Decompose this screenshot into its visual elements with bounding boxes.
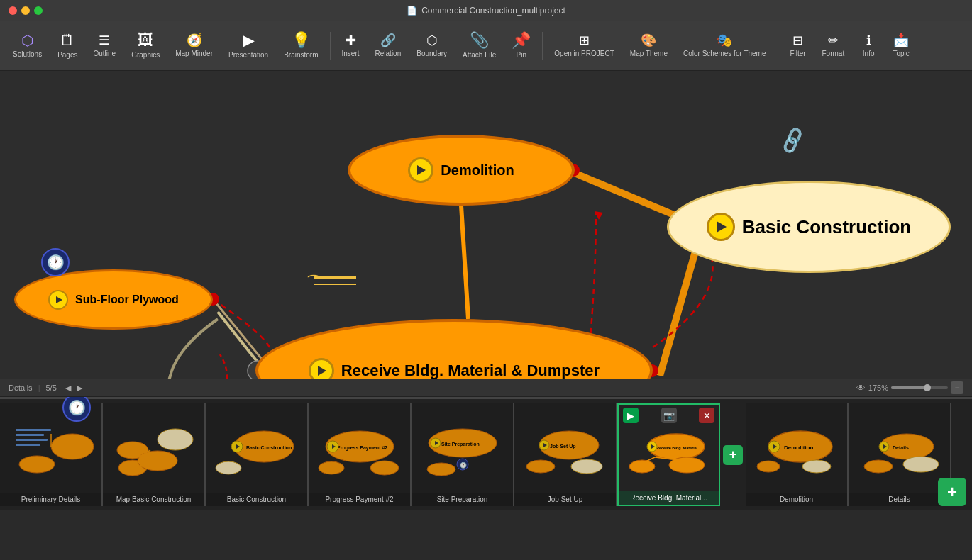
relation-icon: 🔗 [380,34,396,47]
film-frame-preliminary-details[interactable]: Preliminary Details [0,403,103,506]
format-icon: ✏ [828,34,839,47]
info-label: Info [863,50,875,57]
toolbar-pin[interactable]: 📌 Pin [504,30,538,62]
toolbar-attach-file[interactable]: 📎 Attach File [455,30,503,62]
zoom-slider[interactable] [891,386,948,389]
svg-point-55 [629,460,655,473]
toolbar-format[interactable]: ✏ Format [815,31,852,60]
filmstrip: Preliminary Details Map Basic Constructi… [0,397,972,510]
pages-label: Pages [57,51,77,59]
presentation-label: Presentation [228,51,268,59]
svg-point-49 [571,459,602,474]
film-frame-progress-payment[interactable]: Progress Payment #2 Progress Payment #2 [309,403,412,506]
pages-icon: 🗒 [60,33,75,48]
film-thumb-demolition: Demolition [746,403,847,493]
toolbar-filter[interactable]: ⊟ Filter [783,31,814,60]
toolbar-brainstorm[interactable]: 💡 Brainstorm [277,30,325,62]
film-frame-details[interactable]: Details Details [849,403,951,506]
traffic-lights [9,6,43,15]
solutions-label: Solutions [13,50,42,58]
svg-point-14 [51,434,94,459]
toolbar-graphics[interactable]: 🖼 Graphics [124,30,167,62]
toolbar-insert[interactable]: ✚ Insert [335,31,367,60]
subfloor-label: Sub-Floor Plywood [75,293,179,306]
film-frame-demolition[interactable]: Demolition Demolition [746,403,849,506]
camera-frame-button[interactable]: 📷 [661,408,677,423]
insert-icon: ✚ [346,34,356,47]
toolbar-boundary[interactable]: ⬡ Boundary [409,31,454,60]
color-schemes-label: Color Schemes for Theme [683,50,766,57]
toolbar-map-theme[interactable]: 🎨 Map Theme [623,31,675,60]
maximize-button[interactable] [34,6,43,15]
annotation-bracket: ⌢ [306,266,321,284]
basic-construction-play-button[interactable] [707,213,735,241]
svg-rect-18 [16,444,40,446]
toolbar-color-schemes[interactable]: 🎭 Color Schemes for Theme [676,31,773,60]
toolbar-topic[interactable]: 📩 Topic [885,31,917,60]
film-frame-job-set-up[interactable]: Job Set Up Job Set Up [514,403,617,506]
brainstorm-label: Brainstorm [284,51,318,59]
film-label-job-set-up: Job Set Up [514,493,616,506]
close-button[interactable] [9,6,17,15]
toolbar-presentation[interactable]: ▶ Presentation [221,30,275,62]
chain-link-icon: 🔗 [777,125,808,156]
film-thumb-map-basic-construction [103,403,204,493]
film-label-site-preparation: Site Preparation [412,493,513,506]
toolbar-outline[interactable]: ☰ Outline [87,31,123,60]
node-demolition[interactable]: Demolition [348,135,575,206]
svg-rect-15 [16,429,51,431]
toolbar-mapminder[interactable]: 🧭 Map Minder [168,31,220,60]
open-project-icon: ⊞ [579,34,590,47]
svg-text:Details: Details [893,445,909,450]
node-basic-construction[interactable]: Basic Construction [667,181,951,273]
svg-marker-5 [595,211,603,220]
minimize-button[interactable] [21,6,30,15]
add-page-button[interactable]: + [938,478,966,506]
svg-point-36 [370,461,399,475]
svg-point-44 [427,463,455,476]
demolition-play-button[interactable] [408,157,433,183]
toolbar-info[interactable]: ℹ Info [853,31,884,60]
toolbar-solutions[interactable]: ⬡ Solutions [6,30,49,61]
toolbar-relation[interactable]: 🔗 Relation [368,31,409,60]
zoom-out-button[interactable]: − [951,381,963,394]
window-title: 📄 Commercial Construction_multiproject [407,6,565,16]
svg-point-50 [526,460,555,473]
receive-label: Receive Bldg. Material & Dumpster [341,362,600,380]
svg-point-20 [19,456,55,473]
outline-icon: ☰ [99,34,110,47]
insert-label: Insert [342,50,360,57]
arrow-left-btn[interactable]: ◀ [65,383,71,393]
doc-icon: 📄 [407,6,417,16]
arrow-right-btn[interactable]: ▶ [77,383,82,393]
clock-icon-subfloor: 🕐 [41,248,70,276]
svg-point-64 [802,460,831,473]
play-frame-button[interactable]: ▶ [623,408,639,423]
svg-text:Progress Payment #2: Progress Payment #2 [337,445,387,451]
toolbar-separator-1 [330,32,331,60]
toolbar-open-project[interactable]: ⊞ Open in PROJECT [547,31,621,60]
film-frame-site-preparation[interactable]: Site Preparation 🕐 Site Preparation [412,403,514,506]
subfloor-play-button[interactable] [48,290,68,310]
outline-label: Outline [94,50,116,57]
toolbar-pages[interactable]: 🗒 Pages [50,30,84,62]
zoom-slider-thumb[interactable] [924,384,931,391]
film-label-preliminary-details: Preliminary Details [0,493,101,506]
add-frame-button[interactable]: + [720,403,746,506]
open-project-label: Open in PROJECT [554,50,614,57]
svg-rect-16 [16,434,44,436]
mapminder-label: Map Minder [175,50,213,57]
film-frame-receive-bldg-material[interactable]: ▶ 📷 ✕ Receive Bldg. Material Receive Bld… [617,403,720,506]
topic-label: Topic [893,50,910,57]
film-label-demolition: Demolition [746,493,847,506]
film-frame-basic-construction[interactable]: Basic Construction Basic Construction [206,403,309,506]
node-subfloor[interactable]: Sub-Floor Plywood [14,269,213,330]
close-frame-button[interactable]: ✕ [699,408,714,423]
film-label-receive-bldg-material: Receive Bldg. Material... [619,491,719,505]
svg-point-69 [864,460,893,473]
canvas[interactable]: + − ⌢ 🔗 Demolition Basic Construction 🕐 … [0,71,972,510]
film-frame-map-basic-construction[interactable]: Map Basic Construction [103,403,206,506]
graphics-icon: 🖼 [138,33,153,48]
color-schemes-icon: 🎭 [717,34,732,47]
attach-file-icon: 📎 [470,33,489,48]
